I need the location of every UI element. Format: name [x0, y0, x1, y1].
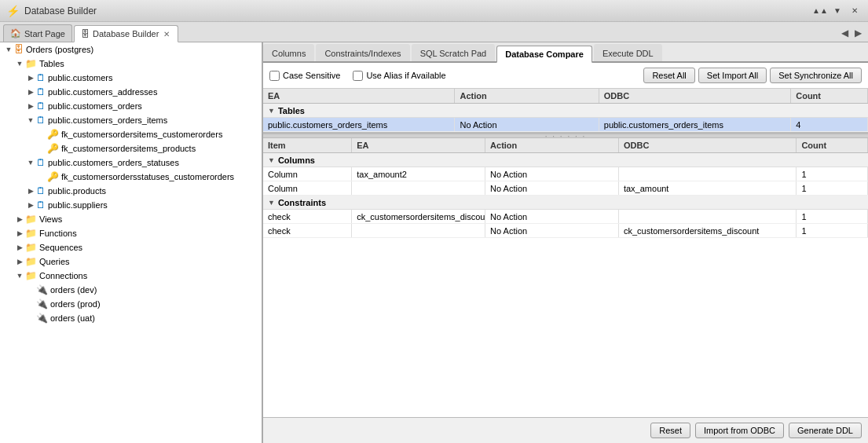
tree-item-orders_dev[interactable]: 🔌orders (dev) — [0, 283, 262, 297]
tree-icon-suppliers: 🗒 — [36, 200, 46, 211]
tree-label-orders_uat: orders (uat) — [50, 313, 95, 323]
db-builder-icon: 🗄 — [81, 29, 90, 38]
tree-expander-queries[interactable]: ▶ — [14, 258, 25, 265]
lower-cell-count: 1 — [797, 224, 868, 237]
main-container: ▼🗄Orders (postgres)▼📁Tables▶🗒public.cust… — [0, 42, 868, 443]
tree-label-sequences: Sequences — [39, 243, 82, 252]
reset-button[interactable]: Reset — [650, 423, 690, 438]
tree-item-suppliers[interactable]: ▶🗒public.suppliers — [0, 198, 262, 212]
tree-expander-sequences[interactable]: ▶ — [14, 243, 25, 251]
tree-expander-customers_orders_statuses[interactable]: ▼ — [25, 159, 36, 167]
section-label: Tables — [278, 106, 305, 115]
tree-expander-customers_orders[interactable]: ▶ — [25, 102, 36, 110]
tree-expander-functions[interactable]: ▶ — [14, 229, 25, 237]
lower-compare-table: Item EA Action ODBC Count ▼Columns Colum… — [263, 138, 868, 417]
use-alias-checkbox[interactable] — [353, 71, 363, 81]
generate-ddl-button[interactable]: Generate DDL — [789, 423, 862, 438]
lower-cell-count: 1 — [797, 167, 868, 181]
section-expander: ▼ — [268, 107, 275, 115]
close-button[interactable]: ✕ — [848, 4, 862, 18]
tree-expander-views[interactable]: ▶ — [14, 215, 25, 223]
tree-expander-suppliers[interactable]: ▶ — [25, 201, 36, 209]
section-expander: ▼ — [268, 199, 275, 207]
tree-expander-customers_orders_items[interactable]: ▼ — [25, 116, 36, 124]
tree-item-customers[interactable]: ▶🗒public.customers — [0, 71, 262, 85]
minimize-button[interactable]: ▲▲ — [813, 4, 827, 18]
tree-icon-customers_orders: 🗒 — [36, 101, 46, 112]
import-from-odbc-button[interactable]: Import from ODBC — [695, 423, 784, 438]
header-ea: EA — [263, 89, 455, 103]
tree-expander-customers[interactable]: ▶ — [25, 74, 36, 82]
title-bar-controls: ▲▲ ▼ ✕ — [813, 4, 862, 18]
tree-item-tables[interactable]: ▼📁Tables — [0, 57, 262, 71]
tree-icon-orders: 🗄 — [14, 44, 24, 55]
lower-cell-odbc — [619, 210, 797, 223]
restore-button[interactable]: ▼ — [830, 4, 844, 18]
tree-item-orders_uat[interactable]: 🔌orders (uat) — [0, 311, 262, 325]
lower-cell-ea — [352, 181, 485, 195]
tree-item-fk_customersordersitems_products[interactable]: 🔑fk_customersordersitems_products — [0, 141, 262, 156]
upper-table-row[interactable]: public.customers_orders_items No Action … — [263, 118, 868, 132]
toolbar-tab-execute[interactable]: Execute DDL — [594, 44, 662, 61]
tree-item-products[interactable]: ▶🗒public.products — [0, 184, 262, 198]
lower-header-action: Action — [485, 138, 619, 152]
toolbar-tab-constraints[interactable]: Constraints/Indexes — [316, 44, 409, 61]
tab-database-builder[interactable]: 🗄 Database Builder ✕ — [74, 25, 178, 42]
tab-nav-right[interactable]: ▶ — [852, 26, 865, 40]
tree-icon-orders_dev: 🔌 — [36, 284, 48, 295]
lower-cell-item: Column — [263, 167, 352, 181]
tree-item-orders_prod[interactable]: 🔌orders (prod) — [0, 297, 262, 311]
tree-label-customers_addresses: public.customers_addresses — [48, 87, 157, 97]
tree-item-functions[interactable]: ▶📁Functions — [0, 226, 262, 240]
lower-table-row[interactable]: Column No Action tax_amount 1 — [263, 181, 868, 196]
tree-icon-fk_customersordersstatuses_customerorders: 🔑 — [47, 171, 59, 182]
lower-cell-ea: tax_amount2 — [352, 167, 485, 181]
case-sensitive-option[interactable]: Case Sensitive — [269, 71, 340, 81]
tree-expander-orders[interactable]: ▼ — [3, 46, 14, 53]
header-odbc: ODBC — [599, 89, 791, 103]
lower-section-header-constraints[interactable]: ▼Constraints — [263, 196, 868, 210]
toolbar-tab-columns[interactable]: Columns — [263, 44, 314, 61]
tree-label-functions: Functions — [39, 229, 77, 238]
tree-item-views[interactable]: ▶📁Views — [0, 212, 262, 226]
toolbar-tab-scratchpad[interactable]: SQL Scratch Pad — [412, 44, 496, 61]
use-alias-label: Use Alias if Available — [366, 71, 445, 80]
tab-nav-left[interactable]: ◀ — [838, 26, 852, 40]
tree-item-queries[interactable]: ▶📁Queries — [0, 254, 262, 269]
tree-icon-customers: 🗒 — [36, 72, 46, 83]
tree-icon-orders_uat: 🔌 — [36, 313, 48, 324]
tree-expander-tables[interactable]: ▼ — [14, 60, 25, 68]
tab-close-button[interactable]: ✕ — [162, 29, 171, 39]
tree-item-customers_addresses[interactable]: ▶🗒public.customers_addresses — [0, 85, 262, 99]
reset-all-button[interactable]: Reset All — [643, 68, 694, 83]
case-sensitive-checkbox[interactable] — [269, 71, 280, 81]
cell-ea: public.customers_orders_items — [263, 118, 455, 131]
set-synchronize-all-button[interactable]: Set Synchronize All — [770, 68, 862, 83]
tree-item-fk_customersordersitems_customerorders[interactable]: 🔑fk_customersordersitems_customerorders — [0, 127, 262, 141]
options-row: Case Sensitive Use Alias if Available Re… — [263, 63, 868, 89]
lower-table-row[interactable]: check ck_customersordersitems_discount1 … — [263, 210, 868, 224]
lower-cell-action: No Action — [485, 167, 619, 181]
lower-cell-count: 1 — [797, 210, 868, 223]
lower-table-row[interactable]: check No Action ck_customersordersitems_… — [263, 224, 868, 238]
toolbar-tab-compare[interactable]: Database Compare — [496, 46, 592, 63]
lower-section-header-columns[interactable]: ▼Columns — [263, 153, 868, 167]
tab-start-page[interactable]: 🏠 Start Page — [3, 24, 72, 42]
tree-item-orders[interactable]: ▼🗄Orders (postgres) — [0, 42, 262, 57]
lower-table-row[interactable]: Column tax_amount2 No Action 1 — [263, 167, 868, 181]
tree-expander-products[interactable]: ▶ — [25, 187, 36, 195]
section-header-tables[interactable]: ▼Tables — [263, 104, 868, 118]
tree-expander-connections[interactable]: ▼ — [14, 272, 25, 280]
upper-table-body: ▼Tables public.customers_orders_items No… — [263, 104, 868, 132]
use-alias-option[interactable]: Use Alias if Available — [353, 71, 445, 81]
tree-item-fk_customersordersstatuses_customerorders[interactable]: 🔑fk_customersordersstatuses_customerorde… — [0, 170, 262, 184]
tree-item-sequences[interactable]: ▶📁Sequences — [0, 240, 262, 254]
tree-item-connections[interactable]: ▼📁Connections — [0, 269, 262, 283]
tree-icon-orders_prod: 🔌 — [36, 298, 48, 309]
lower-cell-count: 1 — [797, 181, 868, 195]
tree-item-customers_orders_items[interactable]: ▼🗒public.customers_orders_items — [0, 113, 262, 127]
set-import-all-button[interactable]: Set Import All — [698, 68, 767, 83]
tree-expander-customers_addresses[interactable]: ▶ — [25, 88, 36, 96]
tree-item-customers_orders_statuses[interactable]: ▼🗒public.customers_orders_statuses — [0, 156, 262, 170]
tree-item-customers_orders[interactable]: ▶🗒public.customers_orders — [0, 99, 262, 113]
